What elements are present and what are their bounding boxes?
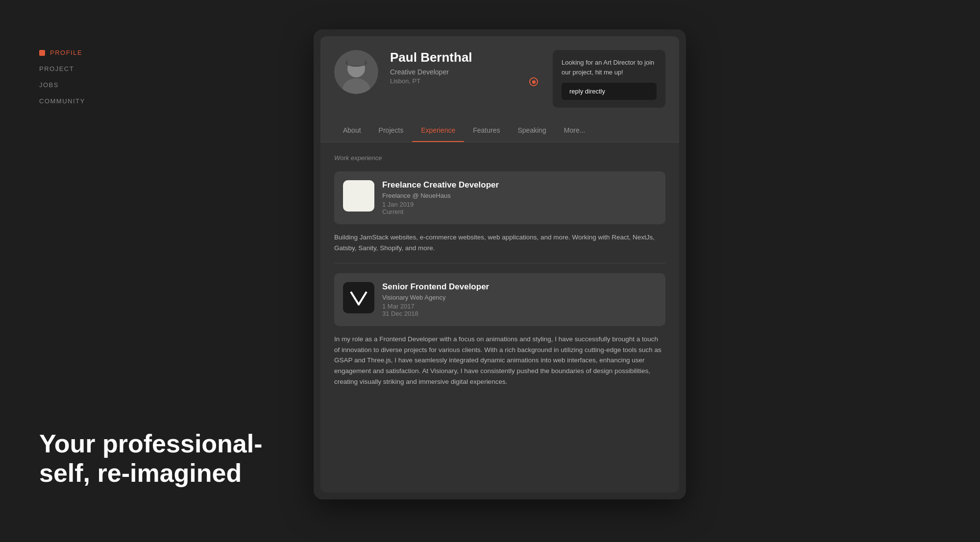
sidebar-nav: PROFILE PROJECT JOBS COMMUNITY [39,49,85,105]
tagline-line2: self, re-imagined [39,459,242,487]
sidebar-label-project: PROJECT [39,65,74,72]
svg-rect-4 [347,59,365,66]
avatar [334,50,378,94]
exp-date-end-nh: Current [382,208,657,215]
tab-experience[interactable]: Experience [412,118,464,142]
tab-speaking[interactable]: Speaking [509,118,555,142]
exp-details-visionary: Senior Frontend Developer Visionary Web … [382,282,657,317]
profile-title: Creative Developer [390,68,514,76]
sidebar-label-community: COMMUNITY [39,97,85,105]
content-area: Work experience Freelance Creative Devel… [320,142,679,493]
sidebar-item-project[interactable]: PROJECT [39,65,85,72]
nav-dot-profile [39,50,45,56]
divider-1 [334,263,665,263]
sidebar-item-community[interactable]: COMMUNITY [39,97,85,105]
exp-company-visionary: Visionary Web Agency [382,294,657,301]
tagline-line1: Your professional- [39,429,263,458]
avatar-image [334,50,378,94]
status-indicator [526,74,541,89]
tab-features[interactable]: Features [464,118,509,142]
tab-projects[interactable]: Projects [370,118,413,142]
card-inner: Paul Bernthal Creative Developer Lisbon,… [320,36,679,493]
message-text: Looking for an Art Director to join our … [562,58,657,77]
exp-date-end-visionary: 31 Dec 2018 [382,310,657,317]
profile-header: Paul Bernthal Creative Developer Lisbon,… [320,36,679,118]
tab-about[interactable]: About [334,118,370,142]
sidebar-label-jobs: JOBS [39,81,59,89]
sidebar-item-jobs[interactable]: JOBS [39,81,85,89]
exp-card-nh: Freelance Creative Developer Freelance @… [334,171,665,224]
main-background: PROFILE PROJECT JOBS COMMUNITY Your prof… [0,0,980,542]
profile-location: Lisbon, PT [390,77,514,85]
exp-desc-nh: Building JamStack websites, e-commerce w… [334,232,665,253]
status-dot [529,77,538,86]
visionary-logo-svg [349,288,368,307]
company-logo-visionary [343,282,374,313]
company-logo-nh [343,180,374,212]
section-label: Work experience [334,154,665,162]
reply-button[interactable]: reply directly [562,83,657,100]
exp-details-nh: Freelance Creative Developer Freelance @… [382,180,657,215]
main-card: Paul Bernthal Creative Developer Lisbon,… [314,29,686,499]
sidebar-item-profile[interactable]: PROFILE [39,49,85,56]
exp-date-start-nh: 1 Jan 2019 [382,201,657,208]
exp-title-nh: Freelance Creative Developer [382,180,657,190]
sidebar-label-profile: PROFILE [50,49,82,56]
tabs-bar: About Projects Experience Features Speak… [320,118,679,142]
tagline: Your professional- self, re-imagined [39,429,263,488]
tab-more[interactable]: More... [555,118,594,142]
exp-title-visionary: Senior Frontend Developer [382,282,657,292]
exp-date-start-visionary: 1 Mar 2017 [382,303,657,310]
exp-card-visionary: Senior Frontend Developer Visionary Web … [334,273,665,326]
message-box: Looking for an Art Director to join our … [553,50,665,108]
exp-company-nh: Freelance @ NeueHaus [382,192,657,199]
profile-name: Paul Bernthal [390,50,514,65]
exp-desc-visionary: In my role as a Frontend Developer with … [334,334,665,387]
profile-info: Paul Bernthal Creative Developer Lisbon,… [390,50,514,85]
